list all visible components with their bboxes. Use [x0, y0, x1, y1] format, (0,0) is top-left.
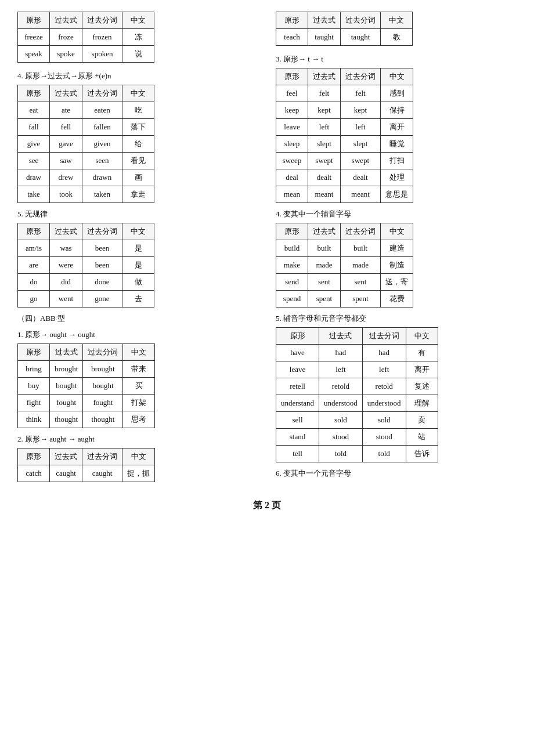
table-cell: meant — [308, 186, 341, 203]
table-cell: 复述 — [406, 378, 438, 395]
table-header: 过去分词 — [362, 328, 406, 345]
table-cell: freeze — [18, 29, 50, 46]
table-cell: were — [50, 257, 82, 274]
sectionabb1-title: 1. 原形→ ought → ought — [17, 330, 258, 340]
table-cell: 建造 — [381, 240, 413, 257]
right-section3-table: 原形过去式过去分词中文 feelfeltfelt感到keepkeptkept保持… — [276, 68, 413, 203]
table-row: leaveleftleft离开 — [276, 361, 438, 378]
table-cell: catch — [18, 465, 50, 482]
table-cell: had — [362, 345, 406, 361]
table-row: retellretoldretold复述 — [276, 378, 438, 395]
table-cell: leave — [276, 361, 319, 378]
table-cell: 带来 — [123, 361, 155, 378]
table-cell: left — [341, 119, 381, 136]
table-cell: 落下 — [122, 119, 154, 136]
table-cell: leave — [276, 119, 308, 136]
table-cell: seen — [82, 153, 122, 169]
table-cell: been — [82, 240, 122, 257]
table-cell: feel — [276, 85, 308, 102]
table-cell: saw — [50, 153, 82, 169]
table-cell: 离开 — [381, 119, 413, 136]
table-header: 原形 — [276, 328, 319, 345]
table-row: telltoldtold告诉 — [276, 446, 438, 462]
right-section6-title: 6. 变其中一个元音字母 — [276, 468, 517, 479]
table-cell: thought — [83, 411, 123, 428]
right-section5-table: 原形过去式过去分词中文 havehadhad有leaveleftleft离开re… — [276, 327, 438, 462]
table-cell: stand — [276, 429, 319, 446]
table-cell: bought — [83, 378, 123, 395]
table-cell: understood — [319, 395, 363, 412]
table-cell: 有 — [406, 345, 438, 361]
table-row: gowentgone去 — [18, 291, 154, 308]
table-row: havehadhad有 — [276, 345, 438, 361]
table-row: am/iswasbeen是 — [18, 240, 154, 257]
table-row: makemademade制造 — [276, 257, 413, 274]
table-cell: 看见 — [122, 153, 154, 169]
table-cell: 教 — [381, 29, 413, 46]
table-cell: sent — [341, 274, 381, 291]
table-cell: froze — [50, 29, 82, 46]
th-guoqushi: 过去式 — [50, 12, 82, 29]
table-header: 过去式 — [50, 223, 82, 240]
table-cell: bring — [18, 361, 50, 378]
table-header: 过去分词 — [82, 223, 122, 240]
right-section5-title: 5. 辅音字母和元音字母都变 — [276, 313, 517, 324]
table-cell: retell — [276, 378, 319, 395]
section4-table: 原形过去式过去分词中文 eatateeaten吃fallfellfallen落下… — [17, 85, 154, 203]
th-guoqufenci: 过去分词 — [82, 12, 122, 29]
table-header: 中文 — [122, 448, 155, 465]
table-cell: been — [82, 257, 122, 274]
table-row: buyboughtbought买 — [18, 378, 155, 395]
table-row: drawdrewdrawn画 — [18, 169, 154, 186]
table-header: 过去分词 — [83, 344, 123, 361]
table-cell: understood — [362, 395, 406, 412]
table-cell: mean — [276, 186, 308, 203]
page-footer: 第 2 页 — [17, 500, 517, 512]
table-row: fightfoughtfought打架 — [18, 395, 155, 411]
table-cell: kept — [308, 102, 341, 119]
table-header: 过去式 — [308, 68, 341, 85]
table-cell: caught — [50, 465, 82, 482]
table-cell: 买 — [123, 378, 155, 395]
table-cell: left — [319, 361, 363, 378]
table-cell: 是 — [122, 257, 154, 274]
table-header: 过去分词 — [82, 85, 122, 102]
table-row: understandunderstoodunderstood理解 — [276, 395, 438, 412]
table-cell: meant — [341, 186, 381, 203]
th-yuanxing-r: 原形 — [276, 12, 308, 29]
table-cell: told — [319, 446, 363, 462]
th-zhongwen: 中文 — [122, 12, 154, 29]
table-cell: made — [308, 257, 341, 274]
table-row: sleepsleptslept睡觉 — [276, 136, 413, 153]
table-cell: 处理 — [381, 169, 413, 186]
table-cell: spend — [276, 291, 308, 308]
table-cell: told — [362, 446, 406, 462]
table-cell: took — [50, 186, 82, 203]
table-cell: gone — [82, 291, 122, 308]
table-cell: fought — [50, 395, 83, 411]
table-cell: 画 — [122, 169, 154, 186]
table-cell: 捉，抓 — [122, 465, 155, 482]
table-cell: take — [18, 186, 50, 203]
table-row: dodiddone做 — [18, 274, 154, 291]
table-header: 原形 — [18, 223, 50, 240]
table-cell: have — [276, 345, 319, 361]
table-header: 中文 — [381, 223, 413, 240]
table-header: 中文 — [381, 68, 413, 85]
table-row: catchcaughtcaught捉，抓 — [18, 465, 155, 482]
table-cell: felt — [341, 85, 381, 102]
table-cell: 给 — [122, 136, 154, 153]
table-cell: bought — [50, 378, 83, 395]
table-cell: made — [341, 257, 381, 274]
table-cell: built — [341, 240, 381, 257]
table-cell: sent — [308, 274, 341, 291]
table-cell: do — [18, 274, 50, 291]
table-cell: done — [82, 274, 122, 291]
table-cell: sweep — [276, 153, 308, 169]
table-row: sweepsweptswept打扫 — [276, 153, 413, 169]
table-row: eatateeaten吃 — [18, 102, 154, 119]
table-row: spendspentspent花费 — [276, 291, 413, 308]
table-cell: taught — [341, 29, 381, 46]
th-yuanxing: 原形 — [18, 12, 50, 29]
table-cell: are — [18, 257, 50, 274]
